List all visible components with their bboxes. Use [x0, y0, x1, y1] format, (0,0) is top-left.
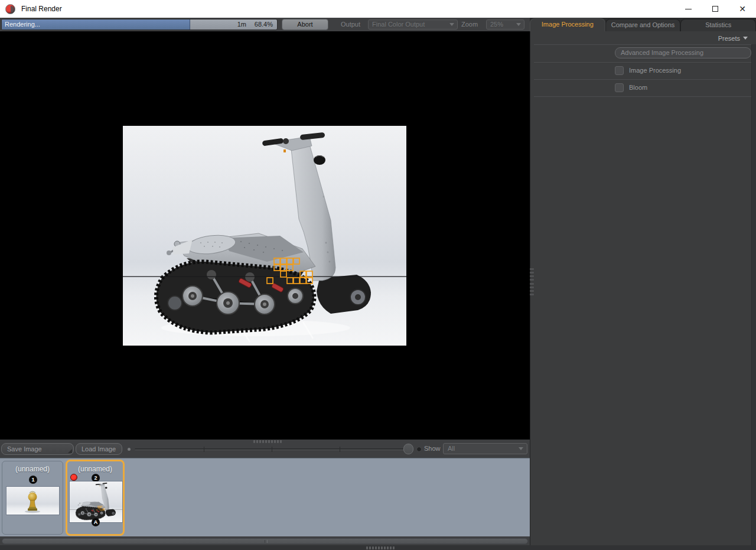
- render-slot-2[interactable]: (unnamed) 2 A: [66, 460, 125, 536]
- render-image: [123, 126, 406, 346]
- maximize-button[interactable]: [702, 0, 729, 18]
- bloom-row: Bloom: [615, 83, 647, 92]
- save-image-button[interactable]: Save Image: [1, 443, 74, 455]
- render-progress-bar: Rendering... 1m 68.4%: [1, 19, 278, 30]
- scrollbar-grip-icon: [265, 540, 268, 543]
- minimize-icon: [685, 9, 692, 9]
- active-marker-badge: A: [92, 518, 100, 526]
- zoom-label: Zoom: [461, 18, 478, 31]
- window-controls: ✕: [674, 0, 756, 18]
- abort-button[interactable]: Abort: [282, 19, 328, 30]
- trophy-thumbnail-art: [6, 487, 59, 515]
- bloom-checkbox[interactable]: [615, 83, 624, 92]
- save-image-label: Save Image: [7, 445, 42, 453]
- output-label: Output: [341, 18, 360, 31]
- render-slot-1[interactable]: (unnamed) 1: [2, 461, 63, 535]
- presets-label: Presets: [718, 35, 740, 42]
- panel-scrollbar[interactable]: [751, 44, 756, 548]
- panel-splitter-handle[interactable]: [530, 268, 535, 295]
- image-processing-checkbox-label: Image Processing: [629, 67, 681, 74]
- panel-divider: [534, 96, 755, 97]
- zoom-value: 25%: [490, 21, 503, 28]
- dropdown-corner-icon: [68, 449, 72, 453]
- render-viewport[interactable]: [0, 31, 530, 440]
- load-image-label: Load Image: [82, 445, 116, 453]
- tab-statistics[interactable]: Statistics: [680, 19, 756, 31]
- close-button[interactable]: ✕: [729, 0, 756, 18]
- panel-divider: [534, 79, 755, 80]
- show-filter-dropdown[interactable]: All: [443, 443, 527, 454]
- output-dropdown[interactable]: Final Color Output: [368, 19, 458, 30]
- maximize-icon: [712, 6, 718, 12]
- render-slot-1-thumbnail: [6, 487, 59, 515]
- render-toolbar: Rendering... 1m 68.4% Abort Output Final…: [0, 18, 530, 31]
- vehicle-thumbnail-art: [70, 481, 122, 522]
- chevron-down-icon: [449, 23, 454, 26]
- image-processing-checkbox[interactable]: [615, 66, 624, 75]
- bottom-splitter-handle[interactable]: [366, 546, 395, 549]
- progress-elapsed-time: 1m: [237, 19, 246, 30]
- slider-tick: [340, 447, 340, 452]
- thumbnail-scrollbar[interactable]: [2, 538, 528, 544]
- recording-status-icon: [70, 474, 77, 481]
- slider-min-dot: [128, 448, 131, 451]
- render-slot-1-name: (unnamed): [2, 465, 63, 473]
- show-label: Show: [424, 440, 441, 458]
- chevron-down-icon: [743, 37, 748, 40]
- image-processing-row: Image Processing: [615, 66, 681, 75]
- render-image-art: [123, 126, 406, 346]
- progress-status-text: Rendering...: [5, 19, 40, 30]
- frame-slider-handle[interactable]: [403, 444, 413, 454]
- window-bottom-strip: [0, 545, 756, 550]
- image-processing-panel: Presets Advanced Image Processing Image …: [530, 31, 756, 550]
- slot-number-badge: 1: [29, 476, 37, 484]
- zoom-dropdown[interactable]: 25%: [486, 19, 524, 30]
- render-history-strip: (unnamed) 1 (unnamed) 2 A: [0, 458, 530, 536]
- presets-dropdown[interactable]: Presets: [718, 35, 748, 42]
- render-slot-2-name: (unnamed): [67, 465, 123, 473]
- tab-compare-and-options[interactable]: Compare and Options: [605, 19, 681, 31]
- window-title: Final Render: [21, 5, 62, 13]
- slider-tick: [204, 447, 204, 452]
- panel-divider: [534, 44, 755, 45]
- panel-tabstrip: Image Processing Compare and Options Sta…: [530, 18, 756, 31]
- thumbnail-scroll-row: [0, 536, 530, 545]
- progress-percent: 68.4%: [255, 19, 273, 30]
- slider-max-dot: [416, 447, 422, 452]
- render-slot-2-thumbnail: [70, 481, 122, 522]
- chevron-down-icon: [516, 23, 521, 26]
- slider-tick: [272, 447, 272, 452]
- tab-image-processing[interactable]: Image Processing: [530, 18, 605, 31]
- load-image-button[interactable]: Load Image: [76, 443, 122, 455]
- bloom-checkbox-label: Bloom: [629, 84, 647, 91]
- close-icon: ✕: [739, 5, 746, 13]
- frame-slider-track[interactable]: [135, 448, 413, 450]
- slot-number-badge: 2: [92, 474, 100, 482]
- minimize-button[interactable]: [674, 0, 702, 18]
- show-filter-value: All: [448, 445, 455, 452]
- panel-divider: [534, 62, 755, 63]
- horizontal-splitter-handle[interactable]: [253, 440, 282, 443]
- output-value: Final Color Output: [372, 21, 425, 28]
- title-bar: Final Render ✕: [0, 0, 756, 18]
- advanced-image-processing-button[interactable]: Advanced Image Processing: [615, 47, 751, 58]
- chevron-down-icon: [519, 447, 523, 450]
- app-logo-icon: [5, 4, 15, 14]
